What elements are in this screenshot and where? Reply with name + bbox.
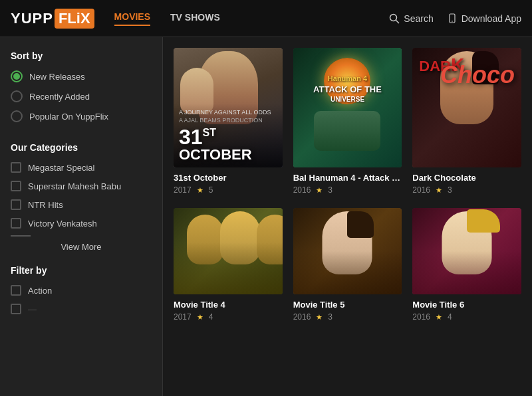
star-icon-6: ★ bbox=[436, 313, 442, 322]
movie-card-2[interactable]: Hanuman 4 ATTACK OF THE UNIVERSE Bal Han… bbox=[293, 48, 402, 197]
movie-rating-6: 4 bbox=[448, 312, 452, 322]
filter-more-label: — bbox=[28, 304, 37, 314]
star-icon-2: ★ bbox=[316, 186, 323, 195]
movie-info-3: Dark Chocolate 2016 ★ 3 bbox=[412, 167, 521, 197]
radio-new-releases bbox=[11, 70, 23, 82]
main-nav: MOVIES TV SHOWS bbox=[114, 11, 390, 26]
movie-title-5: Movie Title 5 bbox=[293, 300, 402, 310]
sort-new-releases[interactable]: New Releases bbox=[11, 70, 152, 82]
cat-ntr-label: NTR Hits bbox=[28, 200, 63, 210]
categories-title: Our Categories bbox=[11, 142, 152, 153]
sort-by-title: Sort by bbox=[11, 50, 152, 61]
filter-action-label: Action bbox=[28, 286, 52, 296]
sort-popular-label: Popular On YuppFlix bbox=[29, 112, 108, 122]
main-layout: Sort by New Releases Recently Added Popu… bbox=[0, 37, 532, 396]
movie-meta-6: 2016 ★ 4 bbox=[412, 312, 521, 322]
movie-year-1: 2017 bbox=[174, 185, 192, 195]
poster-overlay-1: A JOURNEY AGAINST ALL ODDS A AJAL BEAMS … bbox=[174, 104, 283, 167]
poster-main-text-2: OCTOBER bbox=[179, 148, 277, 162]
radio-popular bbox=[11, 110, 23, 122]
movie-year-3: 2016 bbox=[412, 185, 430, 195]
filter-action[interactable]: Action bbox=[11, 285, 152, 296]
search-label: Search bbox=[404, 13, 433, 24]
movie-poster-4 bbox=[174, 208, 283, 294]
movie-card-6[interactable]: Movie Title 6 2016 ★ 4 bbox=[412, 208, 521, 324]
movie-info-2: Bal Hanuman 4 - Attack Of Th... 2016 ★ 3 bbox=[293, 167, 402, 197]
header: YUPPFLiX MOVIES TV SHOWS Search Download… bbox=[0, 0, 532, 37]
filter-more[interactable]: — bbox=[11, 304, 152, 314]
svg-line-1 bbox=[396, 20, 400, 23]
svg-point-3 bbox=[452, 21, 453, 22]
movie-poster-3: DARK Choco bbox=[412, 48, 521, 167]
movie-card-3[interactable]: DARK Choco Dark Chocolate 2016 ★ 3 bbox=[412, 48, 521, 197]
sort-options: New Releases Recently Added Popular On Y… bbox=[11, 70, 152, 122]
movie-poster-6 bbox=[412, 208, 521, 294]
filter-section: Filter by Action — bbox=[11, 265, 152, 314]
movie-rating-4: 4 bbox=[209, 312, 213, 322]
nav-tvshows[interactable]: TV SHOWS bbox=[170, 12, 220, 25]
cat-victory[interactable]: Victory Venkatesh bbox=[11, 218, 152, 229]
movie-card-1[interactable]: A JOURNEY AGAINST ALL ODDS A AJAL BEAMS … bbox=[174, 48, 283, 197]
movie-card-4[interactable]: Movie Title 4 2017 ★ 4 bbox=[174, 208, 283, 324]
choco-text: Choco bbox=[440, 61, 515, 89]
cat-victory-label: Victory Venkatesh bbox=[28, 219, 97, 229]
filter-options: Action — bbox=[11, 285, 152, 314]
poster-overlay-6 bbox=[412, 208, 521, 294]
cat-mahesh-label: Superstar Mahesh Babu bbox=[28, 181, 121, 191]
sidebar: Sort by New Releases Recently Added Popu… bbox=[0, 37, 163, 396]
checkbox-megastar bbox=[11, 162, 21, 173]
movie-info-4: Movie Title 4 2017 ★ 4 bbox=[174, 294, 283, 324]
search-button[interactable]: Search bbox=[389, 13, 433, 24]
logo[interactable]: YUPPFLiX bbox=[11, 9, 94, 29]
checkbox-ntr bbox=[11, 199, 21, 210]
header-right: Search Download App bbox=[389, 13, 521, 24]
radio-recently-added bbox=[11, 90, 23, 102]
movie-year-2: 2016 bbox=[293, 185, 311, 195]
movie-meta-1: 2017 ★ 5 bbox=[174, 185, 283, 195]
star-icon-3: ★ bbox=[436, 186, 442, 195]
sort-popular[interactable]: Popular On YuppFlix bbox=[11, 110, 152, 122]
svg-point-0 bbox=[390, 14, 397, 21]
movie-meta-3: 2016 ★ 3 bbox=[412, 185, 521, 195]
movie-rating-3: 3 bbox=[448, 185, 452, 195]
attack-text: ATTACK OF THE bbox=[313, 84, 382, 94]
categories-divider bbox=[11, 235, 31, 237]
sort-recently-added-label: Recently Added bbox=[29, 92, 90, 102]
poster-overlay-4 bbox=[174, 208, 283, 294]
poster-studio: A AJAL BEAMS PRODUCTION bbox=[179, 117, 277, 124]
movie-poster-1: A JOURNEY AGAINST ALL ODDS A AJAL BEAMS … bbox=[174, 48, 283, 167]
universe-text: UNIVERSE bbox=[331, 96, 364, 103]
movie-year-4: 2017 bbox=[174, 312, 192, 322]
search-icon bbox=[389, 13, 400, 24]
movie-title-6: Movie Title 6 bbox=[412, 300, 521, 310]
categories-list: Megastar Special Superstar Mahesh Babu N… bbox=[11, 162, 152, 229]
poster-overlay-5 bbox=[293, 208, 402, 294]
cat-megastar[interactable]: Megastar Special bbox=[11, 162, 152, 173]
movie-rating-1: 5 bbox=[209, 185, 213, 195]
movie-rating-2: 3 bbox=[328, 185, 332, 195]
sort-recently-added[interactable]: Recently Added bbox=[11, 90, 152, 102]
phone-icon bbox=[447, 13, 458, 24]
cat-ntr[interactable]: NTR Hits bbox=[11, 199, 152, 210]
movie-year-5: 2016 bbox=[293, 312, 311, 322]
movie-info-5: Movie Title 5 2016 ★ 3 bbox=[293, 294, 402, 324]
movie-title-2: Bal Hanuman 4 - Attack Of Th... bbox=[293, 173, 402, 183]
movie-title-1: 31st October bbox=[174, 173, 283, 183]
download-app-button[interactable]: Download App bbox=[447, 13, 521, 24]
movies-grid: A JOURNEY AGAINST ALL ODDS A AJAL BEAMS … bbox=[174, 48, 521, 324]
nav-movies[interactable]: MOVIES bbox=[114, 11, 150, 26]
checkbox-action bbox=[11, 285, 21, 296]
download-label: Download App bbox=[462, 13, 521, 24]
cat-mahesh[interactable]: Superstar Mahesh Babu bbox=[11, 181, 152, 191]
movie-year-6: 2016 bbox=[412, 312, 430, 322]
movie-poster-2: Hanuman 4 ATTACK OF THE UNIVERSE bbox=[293, 48, 402, 167]
checkbox-victory bbox=[11, 218, 21, 229]
view-more-button[interactable]: View More bbox=[11, 242, 152, 252]
movie-card-5[interactable]: Movie Title 5 2016 ★ 3 bbox=[293, 208, 402, 324]
movie-info-1: 31st October 2017 ★ 5 bbox=[174, 167, 283, 197]
movie-meta-5: 2016 ★ 3 bbox=[293, 312, 402, 322]
checkbox-mahesh bbox=[11, 181, 21, 191]
checkbox-more bbox=[11, 304, 21, 314]
movie-rating-5: 3 bbox=[328, 312, 332, 322]
movie-title-3: Dark Chocolate bbox=[412, 173, 521, 183]
